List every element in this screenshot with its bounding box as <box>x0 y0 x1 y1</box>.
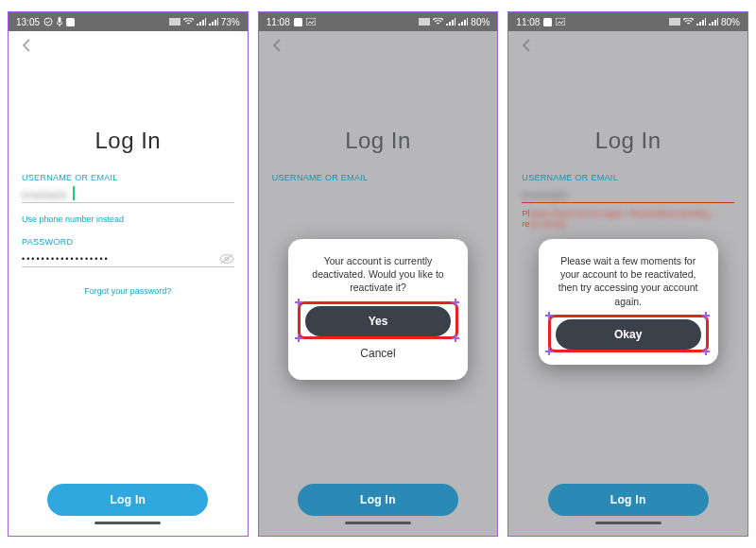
forgot-password-link[interactable]: Forgot your password? <box>22 286 234 296</box>
wifi-icon <box>433 18 443 26</box>
modal-message: Your account is currently deactivated. W… <box>300 254 456 295</box>
status-bar: 11:08 80% <box>508 12 747 31</box>
eye-off-icon[interactable] <box>219 253 234 265</box>
misc-icon <box>419 18 430 26</box>
signal-icon <box>209 18 218 26</box>
phone-screen-1: 13:05 73% Log In USERNAME OR EMAIL examp… <box>8 11 249 537</box>
battery-text: 80% <box>471 17 490 27</box>
yes-button[interactable]: Yes <box>305 306 451 336</box>
phone-screen-3: 11:08 80% Log In USERNAME OR EMAIL examp… <box>507 11 748 537</box>
misc-icon <box>169 18 180 26</box>
phone-screen-2: 11:08 80% Log In USERNAME OR EMAIL Log I… <box>258 11 499 537</box>
modal-message: Please wait a few moments for your accou… <box>550 254 707 308</box>
page-title: Log In <box>22 128 234 154</box>
svg-rect-8 <box>543 18 552 26</box>
svg-rect-1 <box>59 17 61 23</box>
status-time: 11:08 <box>266 17 290 27</box>
image-icon <box>556 18 565 26</box>
app-icon <box>543 18 552 26</box>
login-screen: Log In USERNAME OR EMAIL example Use pho… <box>9 31 248 536</box>
back-icon[interactable] <box>22 39 31 52</box>
username-label: USERNAME OR EMAIL <box>22 173 234 182</box>
svg-rect-10 <box>669 18 680 26</box>
status-bar: 11:08 80% <box>259 12 498 31</box>
home-indicator[interactable] <box>94 522 161 524</box>
cancel-button[interactable]: Cancel <box>305 342 451 365</box>
mic-icon <box>57 17 62 26</box>
svg-rect-2 <box>66 18 75 26</box>
svg-rect-6 <box>306 18 316 26</box>
svg-rect-3 <box>169 18 180 26</box>
wait-modal: Please wait a few moments for your accou… <box>539 239 718 365</box>
signal-icon <box>458 18 468 26</box>
app-icon <box>294 18 302 26</box>
login-screen-dim: Log In USERNAME OR EMAIL Log In Your acc… <box>259 31 498 536</box>
battery-text: 80% <box>721 17 740 27</box>
use-phone-link[interactable]: Use phone number instead <box>22 214 234 224</box>
status-time: 13:05 <box>16 17 40 27</box>
modal-overlay: Please wait a few moments for your accou… <box>508 50 747 536</box>
battery-text: 73% <box>221 17 240 27</box>
svg-rect-5 <box>294 18 302 26</box>
svg-rect-7 <box>419 18 430 26</box>
login-screen-dim: Log In USERNAME OR EMAIL example Please … <box>508 31 747 536</box>
modal-overlay: Your account is currently deactivated. W… <box>259 50 498 536</box>
status-time: 11:08 <box>516 17 540 27</box>
username-input[interactable]: example <box>22 186 234 203</box>
signal-icon <box>696 18 706 26</box>
svg-rect-9 <box>556 18 565 26</box>
wifi-icon <box>683 18 694 26</box>
login-button[interactable]: Log In <box>47 484 208 516</box>
wifi-icon <box>183 18 194 26</box>
svg-point-0 <box>44 18 52 26</box>
signal-icon <box>197 18 206 26</box>
image-icon <box>306 18 316 26</box>
signal-icon <box>709 18 718 26</box>
password-label: PASSWORD <box>22 237 234 247</box>
okay-button[interactable]: Okay <box>556 319 701 350</box>
password-input[interactable]: •••••••••••••••••• <box>22 254 219 264</box>
checkmark-icon <box>43 17 53 26</box>
signal-icon <box>446 18 455 26</box>
misc-icon <box>669 18 680 26</box>
reactivate-modal: Your account is currently deactivated. W… <box>288 239 468 380</box>
app-icon <box>66 18 75 26</box>
status-bar: 13:05 73% <box>9 12 248 31</box>
